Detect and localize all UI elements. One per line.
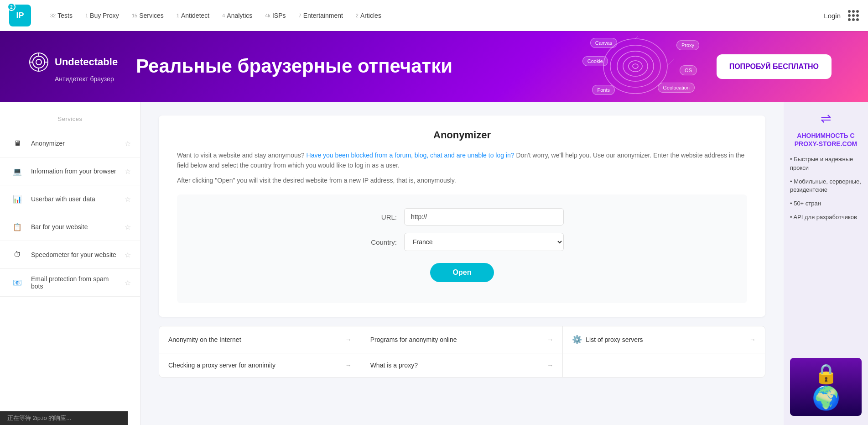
page-title: Anonymizer (177, 129, 747, 141)
link-item-empty (563, 353, 765, 377)
nav-item-buy-proxy[interactable]: 1Buy Proxy (80, 9, 125, 22)
nav-badge: 2 (356, 13, 359, 18)
link-arrow-icon: → (749, 336, 756, 343)
svg-point-8 (610, 45, 660, 87)
nav-label: Buy Proxy (90, 12, 119, 19)
sidebar-item-icon: 💻 (9, 163, 26, 179)
nav-label: Analytics (227, 12, 252, 19)
lock-icon: 🔒 (812, 362, 840, 385)
sidebar-item-label: Userbar with user data (31, 195, 119, 203)
nav-label: Tests (57, 12, 73, 19)
url-row: URL: (186, 208, 738, 226)
link-label: Checking a proxy server for anonimity (168, 362, 342, 369)
nav-item-entertainment[interactable]: 7Entertainment (293, 9, 348, 22)
logo-box: 2 IP (9, 5, 31, 26)
grid-menu-icon[interactable] (848, 10, 859, 21)
link-item[interactable]: Anonymity on the Internet→ (159, 326, 361, 353)
nav-item-analytics[interactable]: 4Analytics (217, 9, 258, 22)
ad-title: АНОНИМНОСТЬ С PROXY-STORE.COM (790, 131, 862, 148)
star-icon[interactable]: ☆ (125, 139, 131, 148)
sidebar-item-icon: 📧 (9, 274, 26, 291)
sidebar-item-icon: 📋 (9, 219, 26, 235)
content-card: Anonymizer Want to visit a website and s… (159, 115, 765, 317)
country-label: Country: (360, 238, 397, 246)
star-icon[interactable]: ☆ (125, 251, 131, 259)
description-text-2: After clicking "Open" you will visit the… (177, 175, 747, 185)
nav-badge: 4 (222, 13, 225, 18)
bubble-cookie: Cookie (582, 56, 608, 66)
bubble-geolocation: Geolocation (658, 83, 695, 93)
logo-text: IP (16, 11, 24, 21)
description-text-1: Want to visit a website and stay anonymo… (177, 150, 747, 171)
form-section: URL: Country: FranceUnited StatesGermany… (177, 194, 747, 303)
bubble-proxy: Proxy (676, 40, 699, 50)
ad-bullet: • Мобильные, серверные, резидентские (790, 178, 862, 194)
nav-item-tests[interactable]: 32Tests (45, 9, 78, 22)
sidebar-item-icon: ⏱ (9, 247, 26, 263)
nav-label: Services (139, 12, 164, 19)
banner-cta-button[interactable]: ПОПРОБУЙ БЕСПЛАТНО (717, 54, 832, 79)
ad-bullet: • Быстрые и надежные прокси (790, 155, 862, 172)
ad-image-area: 🔒 🌍 (790, 358, 862, 416)
sidebar-item-browser-info[interactable]: 💻 Information from your browser ☆ (0, 157, 140, 185)
nav-item-articles[interactable]: 2Articles (350, 9, 387, 22)
nav-item-antidetect[interactable]: 1Antidetect (171, 9, 215, 22)
login-button[interactable]: Login (824, 12, 841, 20)
nav-label: Entertainment (303, 12, 343, 19)
bubble-fonts: Fonts (592, 85, 615, 95)
svg-point-9 (617, 51, 654, 81)
link-item[interactable]: Programs for anonymity online→ (361, 326, 563, 353)
desc-link-1[interactable]: Have you been blocked from a forum, blog… (307, 152, 515, 159)
banner-logo-title: Undetectable (55, 56, 118, 68)
nav-label: ISPs (272, 12, 286, 19)
svg-point-10 (623, 56, 648, 76)
sidebar-item-label: Anonymizer (31, 140, 119, 147)
star-icon[interactable]: ☆ (125, 195, 131, 204)
link-label: Programs for anonymity online (370, 336, 544, 343)
sidebar-item-icon: 🖥 (9, 135, 26, 152)
link-label: What is a proxy? (370, 362, 544, 369)
star-icon[interactable]: ☆ (125, 278, 131, 287)
link-servers-icon: ⚙️ (572, 335, 582, 345)
svg-line-13 (635, 36, 640, 39)
status-text: 正在等待 2ip.io 的响应... (7, 415, 71, 421)
sidebar-item-bar-website[interactable]: 📋 Bar for your website ☆ (0, 213, 140, 241)
content-area: Anonymizer Want to visit a website and s… (140, 102, 784, 425)
nav-badge: 1 (85, 13, 88, 18)
svg-line-14 (667, 58, 674, 66)
sidebar-item-anonymizer[interactable]: 🖥 Anonymizer ☆ (0, 130, 140, 157)
star-icon[interactable]: ☆ (125, 167, 131, 176)
sidebar-item-speedometer[interactable]: ⏱ Speedometer for your website ☆ (0, 241, 140, 269)
nav-item-services[interactable]: 15Services (126, 9, 169, 22)
link-item[interactable]: What is a proxy?→ (361, 353, 563, 377)
sidebar-item-email-protection[interactable]: 📧 Email protection from spam bots ☆ (0, 269, 140, 297)
link-item[interactable]: Checking a proxy server for anonimity→ (159, 353, 361, 377)
link-arrow-icon: → (345, 362, 352, 369)
sidebar-item-label: Bar for your website (31, 223, 119, 231)
main-layout: Services 🖥 Anonymizer ☆ 💻 Information fr… (0, 102, 868, 425)
link-label: List of proxy servers (586, 336, 746, 343)
nav-badge: 32 (50, 13, 56, 18)
submit-row: Open (186, 258, 738, 282)
country-select[interactable]: FranceUnited StatesGermanyRussiaUnited K… (404, 233, 564, 251)
link-item[interactable]: ⚙️List of proxy servers→ (563, 326, 765, 353)
sidebar-items: 🖥 Anonymizer ☆ 💻 Information from your b… (0, 130, 140, 297)
star-icon[interactable]: ☆ (125, 223, 131, 231)
sidebar-item-label: Information from your browser (31, 168, 119, 175)
link-label: Anonymity on the Internet (168, 336, 342, 343)
url-input[interactable] (404, 208, 564, 226)
header: 2 IP 32Tests1Buy Proxy15Services1Antidet… (0, 0, 868, 31)
sidebar-item-userbar[interactable]: 📊 Userbar with user data ☆ (0, 185, 140, 213)
sidebar-item-label: Speedometer for your website (31, 251, 119, 258)
sidebar-item-icon: 📊 (9, 191, 26, 207)
shuffle-icon: ⇌ (790, 111, 862, 126)
open-button[interactable]: Open (430, 263, 494, 282)
right-sidebar-ad: ⇌ АНОНИМНОСТЬ С PROXY-STORE.COM • Быстры… (784, 102, 868, 425)
status-bar: 正在等待 2ip.io 的响应... (0, 411, 128, 425)
logo[interactable]: 2 IP (9, 5, 31, 26)
bubble-os: OS (680, 65, 697, 75)
nav-item-isps[interactable]: 4kISPs (260, 9, 291, 22)
nav-badge: 15 (132, 13, 137, 18)
main-nav: 32Tests1Buy Proxy15Services1Antidetect4A… (45, 9, 824, 22)
link-arrow-icon: → (547, 336, 553, 343)
